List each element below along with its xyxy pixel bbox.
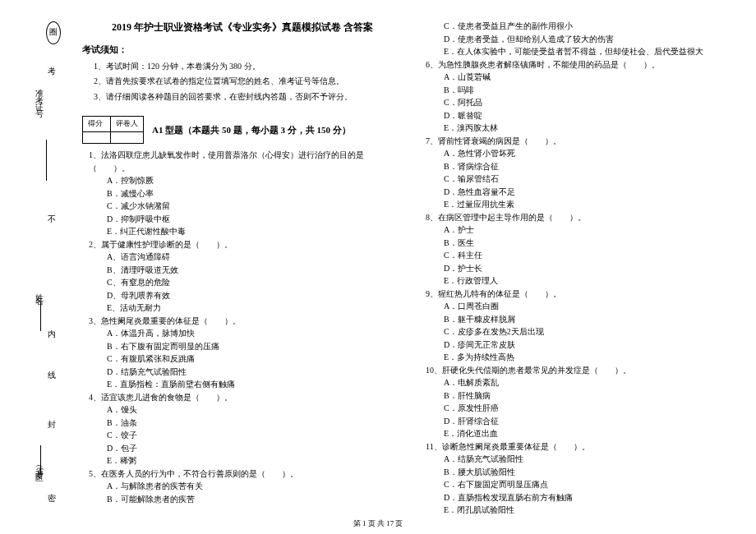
question-option: A．与解除患者的疾苦有关 [107, 480, 403, 493]
question-option: C．使患者受益且产生的副作用很小 [444, 20, 740, 33]
instruction-1: 1、考试时间：120 分钟，本卷满分为 380 分。 [94, 60, 403, 73]
question-option: B．腰大肌试验阳性 [444, 466, 740, 479]
question-option: B、清理呼吸道无效 [107, 264, 403, 277]
ellipse-label: 圈 [49, 26, 58, 38]
question-option: E．在人体实验中，可能使受益者暂不得益，但却使社会、后代受益很大 [444, 45, 740, 58]
region-line [40, 445, 48, 475]
question-option: E．过量应用抗生素 [444, 198, 740, 211]
question-option: E．直肠指检：直肠前壁右侧有触痛 [107, 378, 403, 391]
question-option: A．结肠充气试验阳性 [444, 453, 740, 466]
secret-label: 密 [48, 493, 56, 504]
question-option: E．行政管理人 [444, 274, 740, 288]
inside-label: 内 [48, 329, 56, 340]
score-cell-2 [111, 132, 144, 144]
question-option: D．急性血容量不足 [444, 186, 740, 199]
name-line [40, 302, 48, 331]
exam-id-line [46, 140, 54, 181]
no-cut-label: 不 [48, 214, 56, 225]
question-option: D．抑制呼吸中枢 [107, 213, 403, 226]
score-box: 得分 评卷人 [82, 116, 144, 144]
exam-id-label: 准 考 证 号 [33, 82, 44, 106]
exam-label: 考 [48, 66, 56, 77]
score-cell-1 [83, 132, 111, 144]
question-option: E．消化道出血 [444, 427, 740, 440]
question-stem: 2、属于健康性护理诊断的是（ ）。 [89, 238, 403, 251]
question-option: A．控制惊厥 [107, 174, 403, 187]
instruction-3: 3、请仔细阅读各种题目的回答要求，在密封线内答题，否则不予评分。 [94, 90, 403, 104]
question-option: E、活动无耐力 [107, 302, 403, 315]
question-option: B．右下腹有固定而明显的压痛 [107, 340, 403, 353]
question-option: B．躯干糠皮样脱屑 [444, 313, 740, 326]
question-option: A．护士 [444, 223, 740, 237]
question-option: C．原发性肝癌 [444, 402, 740, 415]
question-option: D．疹间无正常皮肤 [444, 338, 740, 352]
question-option: A、语言沟通障碍 [107, 251, 403, 264]
question-option: C．阿托品 [444, 96, 740, 109]
question-stem: 5、在医务人员的行为中，不符合行善原则的是（ ）。 [89, 467, 403, 481]
question-option: C．减少水钠潴留 [107, 200, 403, 213]
question-option: B．吗啡 [444, 84, 740, 97]
question-stem: 3、急性阑尾炎最重要的体征是（ ）。 [89, 315, 403, 328]
question-option: C．科主任 [444, 249, 740, 262]
question-option: C．右下腹固定而明显压痛点 [444, 478, 740, 491]
question-stem: 10、肝硬化失代偿期的患者最常见的并发症是（ ）。 [426, 364, 740, 377]
question-option: D．肝肾综合征 [444, 415, 740, 428]
score-header-1: 得分 [83, 117, 111, 132]
question-option: A．体温升高，脉博加快 [107, 327, 403, 340]
content-area: 2019 年护士职业资格考试《专业实务》真题模拟试卷 含答案 考试须知： 1、考… [82, 20, 740, 517]
question-stem: 6、为急性胰腺炎患者解痉镇痛时，不能使用的药品是（ ）。 [426, 58, 740, 71]
left-question-list: 1、法洛四联症患儿缺氧发作时，使用普萘洛尔（心得安）进行治疗的目的是（ ）。A．… [82, 149, 403, 505]
notice-heading: 考试须知： [82, 44, 403, 57]
question-option: A．电解质紊乱 [444, 376, 740, 389]
question-option: A．口周苍白圈 [444, 300, 740, 313]
question-stem: 1、法洛四联症患儿缺氧发作时，使用普萘洛尔（心得安）进行治疗的目的是（ ）。 [89, 149, 403, 174]
question-stem: 11、诊断急性阑尾炎最重要体征是（ ）。 [426, 440, 740, 453]
question-option: A．山莨菪碱 [444, 71, 740, 84]
question-option: D．直肠指检发现直肠右前方有触痛 [444, 491, 740, 504]
page-footer: 第 1 页 共 17 页 [0, 518, 756, 529]
question-option: E．多为持续性高热 [444, 351, 740, 364]
question-option: D．使患者受益，但却给别人造成了较大的伤害 [444, 33, 740, 46]
right-column: C．使患者受益且产生的副作用很小D．使患者受益，但却给别人造成了较大的伤害E．在… [419, 20, 740, 517]
question-option: B．肝性脑病 [444, 389, 740, 403]
question-option: C．有腹肌紧张和反跳痛 [107, 352, 403, 366]
name-label: 姓名 [33, 288, 44, 292]
question-option: E．纠正代谢性酸中毒 [107, 225, 403, 238]
question-option: D．护士长 [444, 262, 740, 275]
question-option: C．输尿管结石 [444, 173, 740, 186]
question-option: B．油条 [107, 417, 403, 430]
question-option: A．急性肾小管坏死 [444, 147, 740, 160]
right-question-list: C．使患者受益且产生的副作用很小D．使患者受益，但却给别人造成了较大的伤害E．在… [419, 20, 740, 517]
page-title: 2019 年护士职业资格考试《专业实务》真题模拟试卷 含答案 [82, 20, 403, 35]
seal-label: 封 [48, 419, 56, 430]
question-option: E．稀粥 [107, 454, 403, 467]
question-stem: 9、猩红热儿特有的体征是（ ）。 [426, 288, 740, 301]
question-option: E．闭孔肌试验阳性 [444, 504, 740, 517]
question-option: C．饺子 [107, 429, 403, 442]
question-option: D、母乳喂养有效 [107, 289, 403, 302]
question-option: B．肾病综合征 [444, 160, 740, 173]
question-option: D．包子 [107, 442, 403, 455]
score-header-2: 评卷人 [111, 117, 144, 132]
margin-area: 圈 考 准 考 证 号 不 姓名 内 线 封 省（市区） 密 [0, 0, 74, 526]
question-option: B．医生 [444, 237, 740, 250]
question-option: C．皮疹多在发热2天后出现 [444, 325, 740, 338]
question-option: C、有窒息的危险 [107, 276, 403, 289]
left-column: 2019 年护士职业资格考试《专业实务》真题模拟试卷 含答案 考试须知： 1、考… [82, 20, 403, 517]
question-option: B．减慢心率 [107, 187, 403, 200]
question-stem: 7、肾前性肾衰竭的病因是（ ）。 [426, 135, 740, 148]
question-option: D．哌替啶 [444, 109, 740, 122]
question-option: B．可能解除患者的疾苦 [107, 493, 403, 506]
question-stem: 8、在病区管理中起主导作用的是（ ）。 [426, 211, 740, 224]
question-stem: 4、适宜该患儿进食的食物是（ ）。 [89, 391, 403, 404]
question-option: E．溴丙胺太林 [444, 122, 740, 135]
question-type-heading: A1 型题（本题共 50 题，每小题 3 分，共 150 分） [152, 123, 351, 137]
question-option: D．结肠充气试验阳性 [107, 366, 403, 379]
instruction-2: 2、请首先按要求在试卷的指定位置填写您的姓名、准考证号等信息。 [94, 75, 403, 88]
question-option: A．馒头 [107, 403, 403, 417]
line-label: 线 [48, 370, 56, 381]
